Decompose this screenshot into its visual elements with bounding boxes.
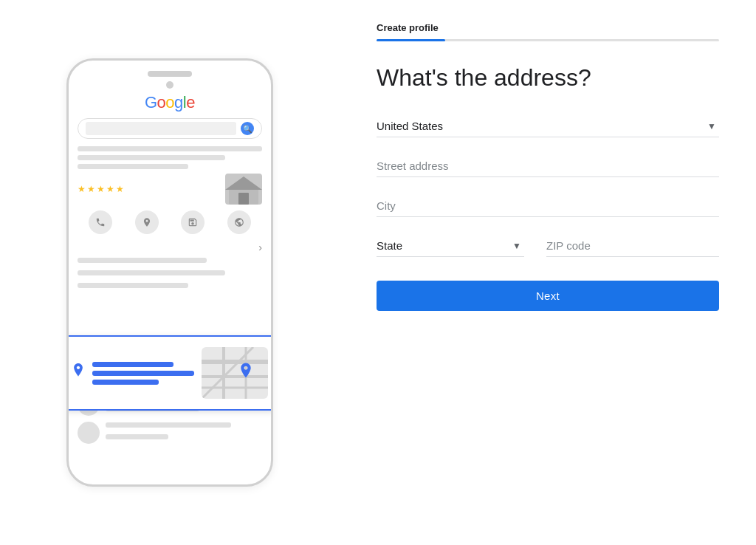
state-select[interactable]: State Alabama Alaska Arizona Arkansas Ca… [377, 235, 524, 257]
card-pin-icon [72, 363, 85, 383]
form-heading: What's the address? [377, 64, 719, 92]
phone-stars-row: ★ ★ ★ ★ ★ [78, 174, 262, 205]
phone-call-btn [89, 210, 112, 234]
phone-bottom-icon-2 [78, 422, 100, 444]
phone-mockup-panel: Google 🔍 ★ ★ ★ ★ ★ [0, 0, 340, 545]
star-rating: ★ ★ ★ ★ ★ [78, 184, 124, 194]
street-address-input[interactable] [377, 155, 719, 177]
phone-search-input-placeholder [86, 122, 236, 135]
phone-save-btn [181, 210, 205, 234]
phone-action-buttons [78, 210, 262, 234]
state-field: State Alabama Alaska Arizona Arkansas Ca… [377, 235, 524, 257]
svg-rect-2 [238, 193, 249, 205]
phone-power-button [272, 149, 273, 179]
phone-content-lines-1 [78, 146, 262, 169]
city-field [377, 195, 719, 217]
progress-track [377, 39, 719, 41]
country-field: United States Canada United Kingdom Aust… [377, 115, 719, 137]
map-pin-icon [238, 363, 253, 385]
store-icon [225, 174, 262, 205]
city-input[interactable] [377, 195, 719, 217]
progress-fill [377, 39, 445, 41]
next-button[interactable]: Next [377, 281, 719, 311]
progress-bar-area: Create profile [377, 22, 719, 41]
phone-speaker [148, 71, 192, 77]
card-content-lines [92, 362, 194, 385]
country-select[interactable]: United States Canada United Kingdom Aust… [377, 115, 719, 137]
zip-field [546, 235, 719, 257]
search-icon: 🔍 [241, 122, 254, 135]
phone-content-lines-2 [78, 258, 262, 292]
zip-code-input[interactable] [546, 235, 719, 257]
phone-chevron: › [78, 241, 262, 253]
phone-camera [166, 81, 173, 89]
card-map-thumbnail [202, 347, 268, 399]
phone-search-bar: 🔍 [78, 118, 262, 139]
country-select-wrapper[interactable]: United States Canada United Kingdom Aust… [377, 115, 719, 137]
state-zip-row: State Alabama Alaska Arizona Arkansas Ca… [377, 235, 719, 257]
phone-volume-button [272, 186, 273, 208]
phone-bottom-icon-row-2 [78, 422, 262, 444]
phone-globe-btn [227, 210, 251, 234]
phone-map-btn [135, 210, 159, 234]
street-address-field [377, 155, 719, 177]
phone-frame: Google 🔍 ★ ★ ★ ★ ★ [66, 58, 273, 487]
location-card [66, 335, 273, 411]
svg-marker-1 [225, 176, 262, 190]
state-select-wrapper[interactable]: State Alabama Alaska Arizona Arkansas Ca… [377, 235, 524, 257]
progress-label: Create profile [377, 22, 719, 33]
phone-screen-content: Google 🔍 ★ ★ ★ ★ ★ [69, 93, 271, 292]
form-panel: Create profile What's the address? Unite… [340, 0, 756, 545]
google-logo: Google [78, 93, 262, 112]
